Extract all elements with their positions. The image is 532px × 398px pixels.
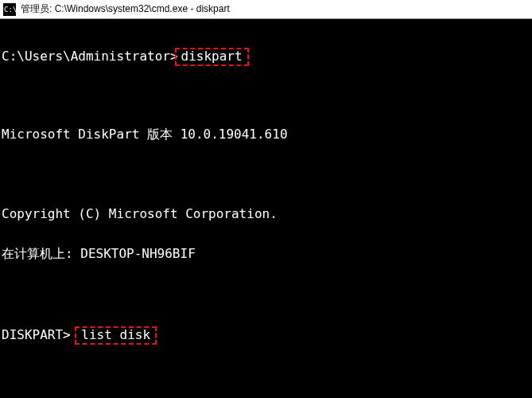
command-highlight: diskpart <box>175 48 249 66</box>
window-title: 管理员: C:\Windows\system32\cmd.exe - diskp… <box>21 2 230 16</box>
prompt-line: C:\Users\Administrator>diskpart <box>2 48 530 62</box>
prompt-text: C:\Users\Administrator> <box>2 49 178 64</box>
computer-line: 在计算机上: DESKTOP-NH96BIF <box>2 247 530 261</box>
cmd-icon: C:\ <box>3 3 16 16</box>
version-line: Microsoft DiskPart 版本 10.0.19041.610 <box>2 127 530 142</box>
window-titlebar: C:\ 管理员: C:\Windows\system32\cmd.exe - d… <box>0 0 532 19</box>
svg-text:C:\: C:\ <box>4 6 16 14</box>
diskpart-prompt: DISKPART> <box>2 327 78 342</box>
diskpart-prompt-line: DISKPART> list disk <box>2 326 530 341</box>
command-highlight: list disk <box>75 326 157 345</box>
copyright-line: Copyright (C) Microsoft Corporation. <box>2 207 530 221</box>
terminal-output[interactable]: C:\Users\Administrator>diskpart Microsof… <box>0 19 532 398</box>
